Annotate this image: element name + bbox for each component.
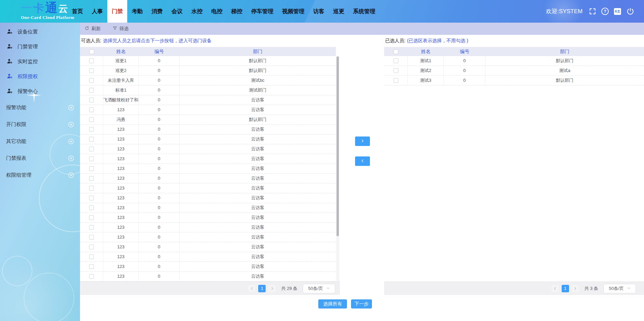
nav-item[interactable]: 考勤: [127, 0, 147, 23]
power-icon[interactable]: [626, 7, 635, 16]
table-row[interactable]: 123 0 云访客: [80, 174, 336, 183]
row-checkbox[interactable]: [89, 215, 94, 220]
next-step-button[interactable]: 下一步: [351, 299, 372, 308]
current-page-button[interactable]: 1: [258, 285, 266, 292]
row-checkbox[interactable]: [89, 225, 94, 230]
nav-item[interactable]: 会议: [167, 0, 187, 23]
sidebar-group[interactable]: 其它功能: [0, 133, 80, 150]
table-row[interactable]: 123 0 云访客: [80, 164, 336, 174]
table-row[interactable]: 123 0 云访客: [80, 203, 336, 213]
sidebar-group[interactable]: 门禁报表: [0, 150, 80, 167]
cell-id: 0: [139, 242, 180, 252]
row-checkbox[interactable]: [89, 98, 94, 102]
row-checkbox[interactable]: [89, 205, 94, 210]
help-icon[interactable]: ?: [601, 7, 609, 15]
page-size-select[interactable]: 50条/页: [303, 284, 335, 293]
table-row[interactable]: 冯勇 0 默认部门: [80, 115, 336, 125]
row-checkbox[interactable]: [89, 254, 94, 259]
next-page-button[interactable]: [572, 285, 579, 292]
nav-item[interactable]: 巡更: [329, 0, 349, 23]
table-row[interactable]: 123 0 云访客: [80, 154, 336, 164]
sidebar-group[interactable]: 开门权限: [0, 116, 80, 133]
sidebar-item[interactable]: 报警中心: [0, 84, 80, 99]
row-checkbox[interactable]: [394, 78, 398, 83]
sidebar-group[interactable]: 报警功能: [0, 99, 80, 116]
nav-item[interactable]: 人事: [87, 0, 107, 23]
row-checkbox[interactable]: [89, 245, 94, 249]
row-checkbox[interactable]: [89, 196, 94, 200]
prev-page-button[interactable]: [248, 285, 256, 292]
nav-item[interactable]: 梯控: [227, 0, 247, 23]
row-checkbox[interactable]: [89, 176, 94, 181]
row-checkbox[interactable]: [89, 147, 94, 151]
table-row[interactable]: 巡更2 0 默认部门: [80, 66, 336, 76]
row-checkbox[interactable]: [89, 117, 94, 122]
row-checkbox[interactable]: [89, 107, 94, 112]
nav-item[interactable]: 电控: [207, 0, 227, 23]
row-checkbox[interactable]: [89, 68, 94, 73]
row-checkbox[interactable]: [394, 68, 398, 73]
table-row[interactable]: 123 0 云访客: [80, 193, 336, 203]
table-row[interactable]: 巡更1 0 默认部门: [80, 56, 336, 66]
nav-item[interactable]: 停车管理: [247, 0, 278, 23]
table-row[interactable]: 飞洒酸辣粉好了和 0 云访客: [80, 95, 336, 105]
scrollbar-thumb[interactable]: [337, 56, 339, 236]
table-row[interactable]: 123 0 云访客: [80, 134, 336, 144]
table-row[interactable]: 123 0 云访客: [80, 262, 336, 272]
fullscreen-icon[interactable]: [589, 8, 596, 15]
table-row[interactable]: 测试1 0 默认部门: [384, 56, 644, 66]
row-checkbox[interactable]: [89, 166, 94, 171]
table-row[interactable]: 标准1 0 测试部门: [80, 85, 336, 95]
table-row[interactable]: 123 0 云访客: [80, 125, 336, 134]
refresh-button[interactable]: 刷新: [85, 26, 101, 32]
table-row[interactable]: 测试2 0 测试a: [384, 66, 644, 76]
select-all-button[interactable]: 选择所有: [318, 299, 347, 308]
sidebar-item[interactable]: 权限授权: [0, 69, 80, 84]
table-row[interactable]: 123 0 云访客: [80, 272, 336, 281]
table-row[interactable]: 123 0 云访客: [80, 252, 336, 262]
row-checkbox[interactable]: [89, 137, 94, 142]
row-checkbox[interactable]: [89, 127, 94, 132]
nav-item[interactable]: 消费: [147, 0, 167, 23]
row-checkbox[interactable]: [89, 235, 94, 240]
row-checkbox[interactable]: [394, 58, 398, 63]
nav-item[interactable]: 首页: [68, 0, 87, 23]
prev-page-button[interactable]: [552, 285, 559, 292]
row-checkbox[interactable]: [89, 78, 94, 83]
header-checkbox[interactable]: [89, 49, 94, 54]
transfer-right-button[interactable]: [355, 137, 370, 146]
table-row[interactable]: 123 0 云访客: [80, 232, 336, 242]
nav-item[interactable]: 系统管理: [349, 0, 380, 23]
transfer-left-button[interactable]: [355, 156, 370, 166]
page-size-select[interactable]: 50条/页: [603, 284, 636, 293]
sidebar-item[interactable]: 门禁管理: [0, 39, 80, 54]
table-row[interactable]: 123 0 云访客: [80, 213, 336, 223]
table-row[interactable]: 123 0 云访客: [80, 183, 336, 193]
translate-icon[interactable]: A文: [614, 8, 621, 15]
row-checkbox[interactable]: [89, 156, 94, 161]
table-row[interactable]: 123 0 云访客: [80, 242, 336, 252]
row-checkbox[interactable]: [89, 274, 94, 279]
nav-item[interactable]: 视频管理: [278, 0, 309, 23]
header-checkbox[interactable]: [394, 49, 398, 54]
row-checkbox[interactable]: [89, 264, 94, 269]
table-row[interactable]: 123 0 云访客: [80, 144, 336, 154]
row-checkbox[interactable]: [89, 88, 94, 93]
filter-button[interactable]: 筛选: [113, 26, 129, 32]
table-row[interactable]: 123 0 云访客: [80, 223, 336, 232]
row-checkbox[interactable]: [89, 58, 94, 63]
current-page-button[interactable]: 1: [562, 285, 569, 292]
row-checkbox[interactable]: [89, 186, 94, 191]
nav-item[interactable]: 门禁: [107, 0, 127, 23]
table-row[interactable]: 未注册卡入库 0 测试bc: [80, 76, 336, 85]
cell-name: 123: [103, 125, 139, 134]
next-page-button[interactable]: [268, 285, 276, 292]
sidebar-item[interactable]: 设备位置: [0, 24, 80, 39]
nav-item[interactable]: 访客: [309, 0, 329, 23]
table-row[interactable]: 测试3 0 默认部门: [384, 76, 644, 85]
sidebar-item[interactable]: 实时监控: [0, 54, 80, 69]
table-row[interactable]: 123 0 云访客: [80, 105, 336, 115]
sidebar-group[interactable]: 权限组管理: [0, 167, 80, 183]
sidebar-group-label: 报警功能: [6, 104, 26, 111]
nav-item[interactable]: 水控: [187, 0, 207, 23]
